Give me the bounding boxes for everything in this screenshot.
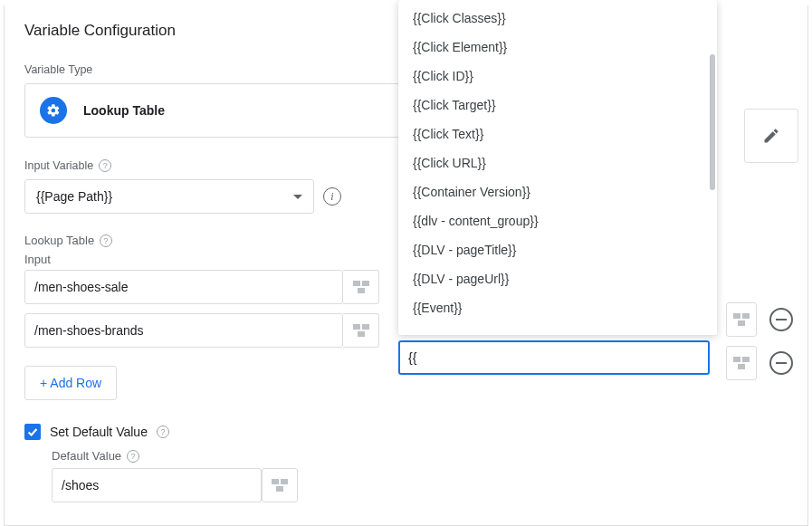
dropdown-item[interactable]: {{DLV - pageTitle}} <box>398 235 710 264</box>
lookup-input-field[interactable] <box>24 270 343 304</box>
input-variable-select[interactable]: {{Page Path}} <box>24 179 314 214</box>
input-variable-value: {{Page Path}} <box>36 189 112 204</box>
svg-rect-3 <box>353 324 360 330</box>
lookup-output-field[interactable] <box>398 340 710 375</box>
svg-rect-2 <box>358 288 365 293</box>
default-value-section: Default Value ? <box>52 449 788 502</box>
default-value-label: Default Value ? <box>52 449 788 463</box>
row-actions <box>726 302 793 337</box>
variable-picker-button[interactable] <box>726 302 757 337</box>
gear-icon <box>40 97 67 124</box>
edit-variable-type-button[interactable] <box>744 109 798 163</box>
remove-row-button[interactable] <box>769 308 793 331</box>
svg-rect-9 <box>733 313 740 319</box>
svg-rect-12 <box>733 357 740 362</box>
svg-rect-0 <box>353 281 360 286</box>
svg-rect-5 <box>358 331 365 337</box>
svg-rect-1 <box>362 281 369 286</box>
output-active-row <box>398 340 710 375</box>
svg-rect-13 <box>742 357 750 362</box>
scrollbar-thumb[interactable] <box>710 54 715 190</box>
dropdown-item[interactable]: {{Click Text}} <box>398 120 710 148</box>
svg-rect-4 <box>362 324 369 330</box>
dropdown-item[interactable]: {{Click Target}} <box>398 91 710 120</box>
svg-rect-8 <box>276 486 283 492</box>
dropdown-item[interactable]: {{Click Classes}} <box>398 4 710 33</box>
set-default-row: Set Default Value ? <box>24 424 788 440</box>
dropdown-item[interactable]: {{Click Element}} <box>398 33 710 62</box>
help-icon[interactable]: ? <box>99 159 111 172</box>
help-icon[interactable]: ? <box>100 234 112 247</box>
help-icon[interactable]: ? <box>127 450 139 463</box>
svg-rect-11 <box>738 320 745 326</box>
svg-rect-7 <box>281 479 288 484</box>
variable-picker-button[interactable] <box>726 346 757 380</box>
remove-row-button[interactable] <box>769 351 793 375</box>
variable-picker-button[interactable] <box>343 270 379 304</box>
default-value-field[interactable] <box>52 468 262 502</box>
set-default-label: Set Default Value <box>50 425 148 439</box>
dropdown-item[interactable]: {{Click ID}} <box>398 62 710 91</box>
variable-autocomplete-dropdown: {{Click Classes}} {{Click Element}} {{Cl… <box>398 0 717 335</box>
chevron-down-icon <box>293 195 302 199</box>
dropdown-item[interactable]: {{Container Version}} <box>398 177 710 206</box>
info-icon[interactable]: i <box>323 187 341 206</box>
variable-picker-button[interactable] <box>343 313 379 348</box>
variable-picker-button[interactable] <box>262 468 298 502</box>
lookup-input-field[interactable] <box>24 313 343 348</box>
add-row-button[interactable]: + Add Row <box>24 366 117 400</box>
dropdown-list[interactable]: {{Click Classes}} {{Click Element}} {{Cl… <box>398 0 710 335</box>
variable-type-name: Lookup Table <box>83 103 165 118</box>
dropdown-item[interactable]: {{Click URL}} <box>398 148 710 177</box>
dropdown-item[interactable]: {{Event}} <box>398 293 710 322</box>
dropdown-item[interactable]: {{DLV - pageUrl}} <box>398 264 710 293</box>
svg-rect-6 <box>272 479 279 484</box>
svg-rect-14 <box>738 364 745 369</box>
row-actions <box>726 346 793 380</box>
set-default-checkbox[interactable] <box>24 424 41 440</box>
help-icon[interactable]: ? <box>157 426 169 438</box>
svg-rect-10 <box>742 313 750 319</box>
dropdown-item[interactable]: {{dlv - content_group}} <box>398 206 710 235</box>
